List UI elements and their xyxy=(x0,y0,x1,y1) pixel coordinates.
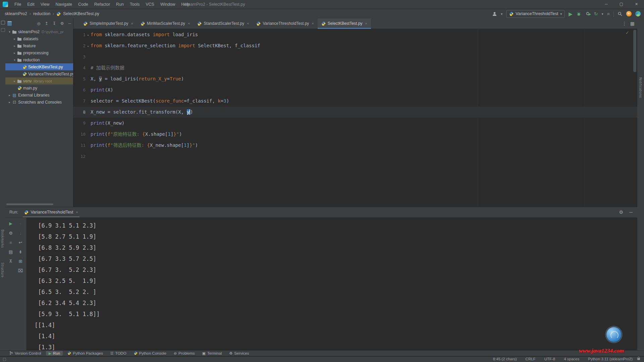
menu-edit[interactable]: Edit xyxy=(24,0,38,9)
rerun-button[interactable]: ▶ xyxy=(7,220,14,227)
down-stack-trace-icon[interactable]: ↓ xyxy=(17,230,24,236)
chevron-right-icon[interactable]: ▸ xyxy=(7,101,12,104)
restore-layout-icon[interactable]: ▤ xyxy=(7,248,14,255)
run-configuration-select[interactable]: VarianceThresholdTest ▾ xyxy=(506,10,565,18)
tree-item-scratches-and-consoles[interactable]: ▸⊡Scratches and Consoles xyxy=(5,99,73,106)
toolwindow-button-run[interactable]: ▶Run xyxy=(46,351,63,356)
close-icon[interactable]: × xyxy=(131,21,133,25)
line-number[interactable]: 4 xyxy=(73,62,86,73)
chevron-right-icon[interactable]: ▸ xyxy=(12,37,17,41)
expand-all-icon[interactable]: ↧ xyxy=(53,21,56,25)
maximize-button[interactable]: ▢ xyxy=(614,0,629,9)
user-profile-icon[interactable] xyxy=(492,11,497,16)
status-8-45-2-chars[interactable]: 8:45 (2 chars) xyxy=(493,357,517,361)
breadcrumb-item-reduction[interactable]: reduction xyxy=(33,11,50,16)
menu-vcs[interactable]: VCS xyxy=(143,0,157,9)
hide-run-panel-icon[interactable]: ─ xyxy=(629,210,633,215)
stripe-label-structure[interactable]: Structure xyxy=(1,262,4,278)
close-button[interactable]: × xyxy=(629,0,644,9)
chevron-right-icon[interactable]: ▸ xyxy=(7,94,12,97)
stop-button[interactable]: ■ xyxy=(607,11,610,16)
soft-wrap-icon[interactable]: ↩ xyxy=(17,239,24,246)
line-number[interactable]: 10 xyxy=(73,129,86,140)
chevron-down-icon[interactable]: ▾ xyxy=(12,58,17,62)
chevron-right-icon[interactable]: ▸ xyxy=(12,44,17,48)
lock-icon[interactable] xyxy=(637,358,640,360)
status-crlf[interactable]: CRLF xyxy=(526,357,536,361)
commit-stripe-icon[interactable] xyxy=(1,28,5,32)
menu-tools[interactable]: Tools xyxy=(127,0,143,9)
line-number[interactable]: 9 xyxy=(73,118,86,129)
editor-tab-minmaxscalertest-py[interactable]: MinMaxScalerTest.py× xyxy=(137,18,194,28)
status-utf-8[interactable]: UTF-8 xyxy=(544,357,555,361)
fold-icon[interactable]: ▾ xyxy=(86,41,91,52)
line-number[interactable]: 8 xyxy=(73,107,86,118)
editor-tab-simpleimputertest-py[interactable]: SimpleImputerTest.py× xyxy=(79,18,137,28)
tree-item-preprocessing[interactable]: ▸preprocessing xyxy=(5,49,73,56)
editor-tab-standardscalertest-py[interactable]: StandardScalerTest.py× xyxy=(194,18,253,28)
breadcrumb-item-sklearnpro2[interactable]: sklearnPro2 xyxy=(5,11,27,16)
status-4-spaces[interactable]: 4 spaces xyxy=(564,357,579,361)
stripe-label-notifications[interactable]: Notifications xyxy=(639,77,642,98)
toolwindow-button-python-console[interactable]: Python Console xyxy=(131,351,169,356)
toolwindow-button-terminal[interactable]: ▣Terminal xyxy=(200,351,225,356)
run-button[interactable]: ▶ xyxy=(569,11,573,16)
plugin-orange-icon[interactable]: ✦ xyxy=(626,11,632,16)
hide-panel-icon[interactable]: ─ xyxy=(68,21,71,25)
run-with-coverage-button[interactable]: C▶ xyxy=(585,11,590,16)
close-icon[interactable]: × xyxy=(365,21,367,25)
line-number[interactable]: 7 xyxy=(73,96,86,107)
run-console-tab[interactable]: VarianceThresholdTest × xyxy=(23,207,79,217)
menu-code[interactable]: Code xyxy=(75,0,91,9)
tree-item-external-libraries[interactable]: ▸▤External Libraries xyxy=(5,92,73,99)
tree-item-variancethresholdtest-py[interactable]: VarianceThresholdTest.py xyxy=(5,70,73,77)
project-horizontal-scrollbar[interactable] xyxy=(6,203,53,205)
collapse-all-icon[interactable]: ↥ xyxy=(45,21,48,25)
tree-item-sklearnpro2[interactable]: ▾sklearnPro2D:\python_pr xyxy=(5,28,73,35)
line-number[interactable]: 12 xyxy=(73,151,86,162)
plugin-sphere-icon[interactable] xyxy=(635,11,641,16)
up-stack-trace-icon[interactable]: ↑ xyxy=(17,220,24,227)
code-editor[interactable]: 1▾from sklearn.datasets import load_iris… xyxy=(73,29,637,207)
user-caret-icon[interactable]: ▾ xyxy=(501,12,502,16)
floating-assistant-badge[interactable] xyxy=(606,327,621,342)
more-options-icon[interactable]: ⋮ xyxy=(622,21,627,26)
locate-file-icon[interactable]: ◎ xyxy=(37,21,40,25)
chevron-right-icon[interactable]: ▸ xyxy=(12,79,17,83)
tree-item-feature[interactable]: ▸feature xyxy=(5,42,73,49)
editor-scrollbar[interactable] xyxy=(633,30,636,72)
panel-settings-icon[interactable]: ⚙ xyxy=(60,21,64,25)
tree-item-main-py[interactable]: main.py xyxy=(5,84,73,92)
close-icon[interactable]: × xyxy=(312,21,314,25)
tree-item-selectkbesttest-py[interactable]: SelectKBestTest.py xyxy=(5,63,73,70)
menu-view[interactable]: View xyxy=(38,0,53,9)
fold-icon[interactable]: ▾ xyxy=(86,30,91,41)
editor-tab-variancethresholdtest-py[interactable]: VarianceThresholdTest.py× xyxy=(253,18,317,28)
profiler-button[interactable]: ↻ xyxy=(594,11,598,16)
background-tasks-icon[interactable]: ▢ xyxy=(3,357,6,361)
inspections-ok-icon[interactable]: ✓ xyxy=(626,30,629,35)
toolwindow-button-services[interactable]: ♻Services xyxy=(226,351,252,356)
print-icon[interactable]: ⊞ xyxy=(17,258,24,264)
toolwindow-button-version-control[interactable]: Version Control xyxy=(7,351,44,356)
menu-refactor[interactable]: Refactor xyxy=(91,0,113,9)
minimize-button[interactable]: ─ xyxy=(599,0,614,9)
menu-file[interactable]: File xyxy=(11,0,24,9)
project-view-icon[interactable] xyxy=(7,21,12,26)
toolwindow-button-todo[interactable]: ☰TODO xyxy=(108,351,129,356)
project-stripe-icon[interactable] xyxy=(1,21,5,24)
close-icon[interactable]: × xyxy=(76,210,78,214)
line-number[interactable]: 5 xyxy=(73,73,86,84)
close-icon[interactable]: × xyxy=(247,21,249,25)
stripe-label-bookmarks[interactable]: Bookmarks xyxy=(1,230,4,248)
stop-button[interactable]: ■ xyxy=(7,239,14,246)
menu-navigate[interactable]: Navigate xyxy=(53,0,75,9)
edit-configuration-icon[interactable]: ⚙ xyxy=(7,230,14,236)
tree-item-datasets[interactable]: ▸datasets xyxy=(5,35,73,42)
toolwindow-button-python-packages[interactable]: Python Packages xyxy=(65,351,106,356)
editor-area[interactable]: SimpleImputerTest.py×MinMaxScalerTest.py… xyxy=(73,18,637,207)
line-number[interactable]: 3 xyxy=(73,51,86,62)
close-icon[interactable]: × xyxy=(188,21,190,25)
run-settings-icon[interactable]: ⚙ xyxy=(619,210,624,215)
pin-tab-icon[interactable]: ⊼ xyxy=(7,258,14,264)
